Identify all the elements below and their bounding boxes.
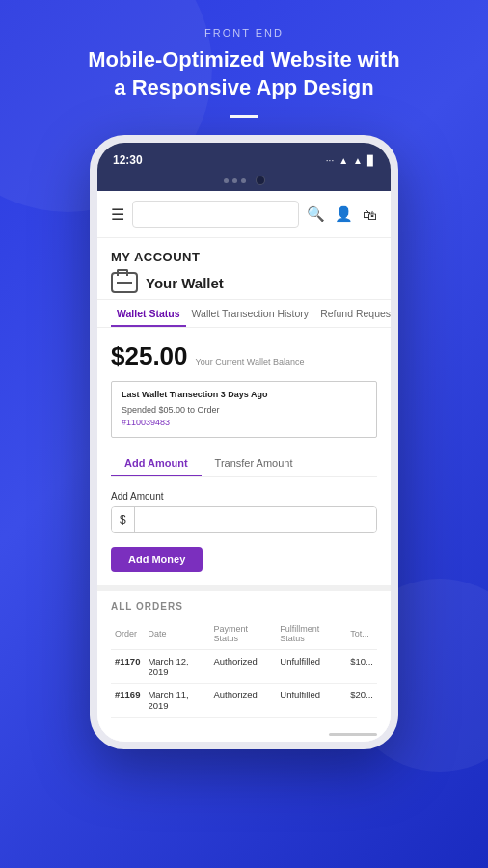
front-end-label: FRONT END: [80, 27, 408, 39]
last-tx-title: Last Wallet Transection 3 Days Ago: [122, 389, 366, 402]
tab-refund-request[interactable]: Refund Request: [314, 300, 398, 327]
my-account-label: MY ACCOUNT: [111, 250, 377, 264]
user-icon[interactable]: 👤: [335, 205, 353, 223]
search-input[interactable]: [132, 201, 299, 228]
wallet-title-row: Your Wallet: [111, 272, 377, 299]
phone-mockup: 12:30 ··· ▲ ▲ ▊ ☰ 🔍 👤 🛍 MY: [90, 135, 398, 749]
add-money-button[interactable]: Add Money: [111, 547, 203, 572]
page-title: Mobile-Optimized Website with a Responsi…: [80, 46, 408, 101]
col-total: Tot...: [346, 621, 377, 650]
wallet-card-line: [117, 282, 132, 284]
order-date-1: March 12, 2019: [144, 649, 209, 683]
scroll-bar[interactable]: [329, 733, 377, 736]
notch-dot-1: [224, 178, 229, 183]
signal-bars-icon: ▲: [353, 155, 363, 166]
order-fulfillment-2: Unfulfilled: [276, 683, 346, 717]
tab-wallet-status[interactable]: Wallet Status: [111, 300, 186, 327]
search-icon[interactable]: 🔍: [307, 205, 325, 223]
tabs-row: Wallet Status Wallet Transection History…: [97, 300, 391, 328]
balance-row: $25.00 Your Current Wallet Balance: [111, 341, 377, 371]
front-camera: [256, 176, 265, 185]
orders-table: Order Date Payment Status Fulfillment St…: [111, 621, 377, 718]
status-bar: 12:30 ··· ▲ ▲ ▊: [97, 143, 391, 174]
last-transaction-box: Last Wallet Transection 3 Days Ago Spend…: [111, 381, 377, 438]
table-row: #1170 March 12, 2019 Authorized Unfulfil…: [111, 649, 377, 683]
order-date-2: March 11, 2019: [144, 683, 209, 717]
last-tx-detail-text: Spended $05.00 to Order: [122, 405, 220, 415]
add-amount-form: Add Amount $: [111, 491, 377, 533]
balance-label: Your Current Wallet Balance: [196, 357, 305, 366]
notch-dot-2: [232, 178, 237, 183]
status-icons: ··· ▲ ▲ ▊: [326, 155, 375, 166]
order-fulfillment-1: Unfulfilled: [276, 649, 346, 683]
header-divider: [230, 115, 258, 118]
order-total-1: $10...: [346, 649, 377, 683]
nav-bar: ☰ 🔍 👤 🛍: [97, 191, 391, 238]
tab-wallet-history[interactable]: Wallet Transection History: [186, 300, 315, 327]
wallet-balance: $25.00: [111, 341, 188, 371]
order-payment-2: Authorized: [209, 683, 276, 717]
col-order: Order: [111, 621, 144, 650]
scroll-indicator: [97, 727, 391, 742]
currency-prefix: $: [112, 507, 135, 532]
nav-icons: 🔍 👤 🛍: [307, 205, 377, 223]
add-amount-label: Add Amount: [111, 491, 377, 502]
last-tx-detail: Spended $05.00 to Order: [122, 404, 366, 418]
col-payment-status: Payment Status: [209, 621, 276, 650]
wifi-icon: ▲: [339, 155, 348, 166]
header-section: FRONT END Mobile-Optimized Website with …: [61, 0, 427, 135]
col-fulfillment-status: Fulfillment Status: [276, 621, 346, 650]
page-header: MY ACCOUNT Your Wallet: [97, 238, 391, 300]
amount-input-group: $: [111, 506, 377, 533]
notch-dot-3: [241, 178, 246, 183]
notch-dots: [224, 178, 246, 183]
order-link-1[interactable]: #1170: [111, 649, 144, 683]
col-date: Date: [144, 621, 209, 650]
order-link-2[interactable]: #1169: [111, 683, 144, 717]
wallet-icon: [111, 272, 138, 293]
hamburger-icon[interactable]: ☰: [111, 205, 124, 224]
signal-icon: ···: [326, 155, 334, 166]
order-payment-1: Authorized: [209, 649, 276, 683]
order-total-2: $20...: [346, 683, 377, 717]
status-time: 12:30: [113, 153, 143, 167]
notch-bar: [97, 174, 391, 191]
last-tx-link[interactable]: #110039483: [122, 417, 366, 430]
app-screen: ☰ 🔍 👤 🛍 MY ACCOUNT Your Wallet Wallet St…: [97, 191, 391, 742]
battery-icon: ▊: [367, 155, 375, 166]
add-amount-tab[interactable]: Add Amount: [111, 451, 202, 476]
table-row: #1169 March 11, 2019 Authorized Unfulfil…: [111, 683, 377, 717]
orders-section: ALL ORDERS Order Date Payment Status Ful…: [97, 585, 391, 727]
bag-icon[interactable]: 🛍: [363, 206, 377, 223]
action-tabs: Add Amount Transfer Amount: [111, 451, 377, 477]
main-content: $25.00 Your Current Wallet Balance Last …: [97, 328, 391, 585]
orders-title: ALL ORDERS: [111, 601, 377, 611]
amount-input[interactable]: [135, 507, 376, 532]
wallet-title: Your Wallet: [146, 275, 224, 291]
transfer-amount-tab[interactable]: Transfer Amount: [202, 451, 307, 476]
